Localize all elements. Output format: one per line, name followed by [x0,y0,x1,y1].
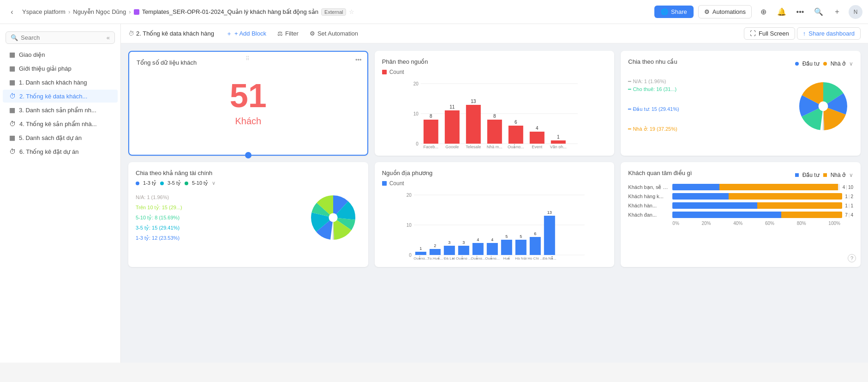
chevron-tc[interactable]: ∨ [212,180,216,186]
pie-svg-tc [305,190,361,245]
avatar[interactable]: N [849,5,862,19]
seg-blue-4 [672,212,781,218]
sub-actions: ＋ + Add Block ⚖ Filter ⚙ Set Automation [221,28,363,40]
breadcrumb-template[interactable]: Templates_SER-OPR-01-2024_Quản lý khách … [142,8,318,15]
fullscreen-icon: ⛶ [750,30,756,37]
card-nhu-cau: Chia theo nhu cầu Đầu tư Nhà ở ∨ ━ N/A: … [621,51,861,156]
bar-x-telesale: Telesale [466,145,481,148]
stacked-row-2: Khách hàng k... 1|2 [628,193,853,200]
bell-icon[interactable]: 🔔 [775,5,789,19]
back-button[interactable]: ‹ [6,6,18,18]
globe-icon: 🌐 [661,8,668,15]
bar-nham [487,120,502,144]
search-icon[interactable]: 🔍 [812,5,826,19]
auto-icon: ⚙ [310,30,315,37]
sidebar-item-thong-ke-sp[interactable]: ⏱ 4. Thống kê sản phẩm nhà... [3,117,118,130]
seg-orange-4 [781,212,842,218]
pie-section-nc: ━ N/A: 1 (1.96%) ━ Cho thuê: 16 (31...) … [628,76,853,136]
clock-icon: ⏱ [9,148,16,155]
x-hcm: Ho Chi ... [527,256,543,260]
bar-x-event: Event [532,145,543,148]
sidebar-item-thong-ke-dat[interactable]: ⏱ 6. Thống kê đặt dự án [3,145,118,158]
bar-x-google: Google [445,145,459,148]
stacked-bars: Khách bạn, sẽ g... 4|10 Khách hàng k... [628,184,853,218]
pie-label-cho-thue: ━ Cho thuê: 16 (31...) [628,86,786,92]
fullscreen-button[interactable]: ⛶ Full Screen [744,27,795,40]
bar-telesale [466,105,480,144]
card-header-kqt: Khách quan tâm điều gì Đầu tư Nhà ở ∨ [628,170,853,180]
v3b: 3 [462,240,465,245]
bar-val-6: 6 [515,120,517,125]
dot-no [823,173,827,177]
pie-chart-tc [305,190,361,245]
automations-icon: ⚙ [704,8,710,15]
resize-handle[interactable] [245,152,251,158]
add-block-button[interactable]: ＋ + Add Block [221,28,271,40]
add-icon[interactable]: ⊕ [756,5,770,19]
bar-legend-ndp: Count [382,180,607,187]
filter-button[interactable]: ⚖ Filter [273,28,303,39]
x-100: 100% [828,221,840,226]
bar-x-vanph: Văn ph... [550,145,566,148]
collapse-icon[interactable]: « [107,34,110,41]
y0: 0 [409,253,412,258]
drag-handle: ⠿ [245,55,251,62]
bar-x-quang: Quảng... [508,144,524,148]
breadcrumb-user[interactable]: Nguyễn Ngọc Dũng [73,8,126,15]
big-number-section: 51 Khách [137,70,360,131]
top-nav: ‹ Yspace platform › Nguyễn Ngọc Dũng › T… [0,0,868,24]
card-header-tc: Chia theo khả năng tài chính [136,170,361,180]
sidebar-label: 5. Danh sách đặt dự án [19,134,111,141]
sidebar-item-sp[interactable]: ▦ 3. Danh sách sản phẩm nh... [3,103,118,116]
sidebar-item-dat[interactable]: ▦ 5. Danh sách đặt dự án [3,131,118,144]
automations-button[interactable]: ⚙ Automations [698,5,752,18]
y-label-10: 10 [413,111,419,116]
more-icon[interactable]: ••• [793,5,807,19]
card-menu-icon[interactable]: ••• [355,56,362,63]
y20: 20 [406,193,412,198]
main-layout: 🔍 « ▦ Giao diện ▦ Giới thiệu giải pháp ▦… [0,24,868,363]
sidebar-item-gioi-thieu[interactable]: ▦ Giới thiệu giải pháp [3,62,118,75]
share-icon: ↑ [803,30,806,37]
search-icon: 🔍 [11,34,18,41]
x-20: 20% [701,221,711,226]
automation-button[interactable]: ⚙ Set Automation [305,28,363,39]
share-label: Share [671,8,687,15]
breadcrumb: Yspace platform › Nguyễn Ngọc Dũng › Tem… [22,8,651,16]
star-icon[interactable]: ☆ [349,8,354,15]
breadcrumb-yspace[interactable]: Yspace platform [22,8,66,15]
tc-label-tren10: Trên 10 tỷ: 15 (29...) [136,202,300,212]
bar-q3 [472,243,483,255]
nav-right: 🌐 Share ⚙ Automations ⊕ 🔔 ••• 🔍 ＋ N [654,5,862,19]
auto-label: Set Automation [317,30,358,37]
seg-orange-1 [719,184,838,190]
chevron-icon[interactable]: ∨ [849,61,853,67]
external-badge: External [321,8,346,16]
bar-q4 [486,243,497,255]
seg-orange-2 [729,193,843,200]
plus-icon[interactable]: ＋ [830,5,844,19]
vals-2: 1|2 [845,194,853,199]
help-icon[interactable]: ? [848,254,856,262]
share-dashboard-button[interactable]: ↑ Share dashboard [797,27,861,40]
vals-4: 7|4 [845,212,853,218]
search-input[interactable] [21,34,104,41]
bar-val-11: 11 [449,104,455,109]
sidebar-item-giao-dien[interactable]: ▦ Giao diện [3,48,118,61]
x-q3: Quảng... [471,256,485,260]
share-button[interactable]: 🌐 Share [654,6,694,18]
row-label-2: Khách hàng k... [628,194,670,199]
sidebar-item-danh-sach[interactable]: ▦ 1. Danh sách khách hàng [3,76,118,89]
card-khach-quan-tam: Khách quan tâm điều gì Đầu tư Nhà ở ∨ [621,162,861,267]
legend-nha-o: Nhà ở [831,61,845,67]
bar-hn [515,240,526,255]
kqt-legend: Đầu tư Nhà ở ∨ [795,172,853,178]
tc-content: N/A: 1 (1.96%) Trên 10 tỷ: 15 (29...) 5-… [136,190,361,245]
dashboard-area: ⠿ Tổng số dữ liệu khách ••• 51 Khách Phâ… [121,43,868,363]
sidebar-label: 6. Thống kê đặt dự án [19,148,111,155]
v3a: 3 [448,240,450,245]
chevron-kqt[interactable]: ∨ [849,172,853,178]
template-icon [134,9,139,15]
sidebar-item-thong-ke[interactable]: ⏱ 2. Thống kê data khách... ••• [3,90,118,103]
grid-icon: ▦ [9,65,15,72]
